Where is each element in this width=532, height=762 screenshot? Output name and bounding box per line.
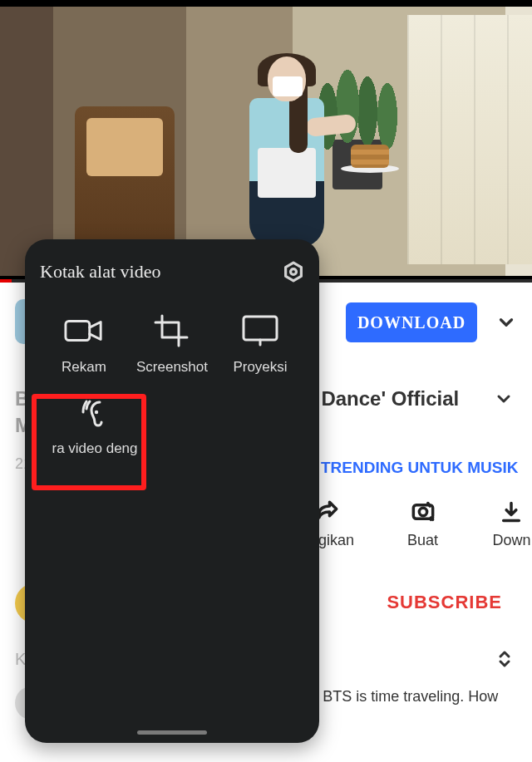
svg-rect-5 bbox=[244, 317, 277, 340]
cast-icon bbox=[240, 314, 280, 347]
scene-window bbox=[407, 15, 532, 264]
scene-jukebox bbox=[75, 106, 175, 248]
record-tool[interactable]: Rekam bbox=[42, 314, 126, 376]
toolbox-title: Kotak alat video bbox=[40, 261, 160, 283]
cast-label: Proyeksi bbox=[233, 359, 287, 376]
record-label: Rekam bbox=[62, 359, 106, 376]
trending-link[interactable]: TRENDING UNTUK MUSIK bbox=[321, 459, 519, 477]
chevron-down-icon[interactable] bbox=[495, 312, 517, 333]
listen-label: ra video deng bbox=[52, 440, 137, 457]
crop-icon bbox=[152, 314, 192, 347]
video-frame bbox=[0, 7, 532, 276]
subscribe-button[interactable]: SUBSCRIBE bbox=[387, 592, 502, 613]
cast-tool[interactable]: Proyeksi bbox=[219, 314, 302, 376]
download-label: Down bbox=[492, 532, 530, 549]
video-title-accent: Dance' Official bbox=[321, 387, 459, 410]
video-toolbox-panel: Kotak alat video Rekam Screenshot bbox=[25, 239, 319, 743]
home-indicator[interactable] bbox=[137, 730, 207, 735]
scene-person bbox=[216, 57, 332, 264]
svg-point-2 bbox=[419, 508, 426, 515]
screenshot-label: Screenshot bbox=[136, 359, 208, 376]
svg-rect-4 bbox=[66, 321, 90, 340]
ear-icon bbox=[75, 397, 115, 430]
listen-screen-off-tool[interactable]: ra video deng bbox=[40, 397, 150, 457]
create-button[interactable]: Buat bbox=[402, 500, 443, 549]
svg-point-6 bbox=[95, 410, 98, 414]
camcorder-icon bbox=[64, 314, 104, 347]
sort-toggle-icon[interactable] bbox=[497, 650, 512, 668]
screen-root: { "video": { "progress_pct": 2 }, "page"… bbox=[0, 0, 532, 762]
create-label: Buat bbox=[407, 532, 438, 549]
settings-icon[interactable] bbox=[283, 261, 304, 283]
screenshot-tool[interactable]: Screenshot bbox=[131, 314, 214, 376]
download-action[interactable]: Down bbox=[491, 500, 532, 549]
download-button[interactable]: DOWNLOAD bbox=[346, 302, 477, 342]
expand-title-icon[interactable] bbox=[494, 389, 514, 409]
svg-point-3 bbox=[291, 269, 297, 275]
